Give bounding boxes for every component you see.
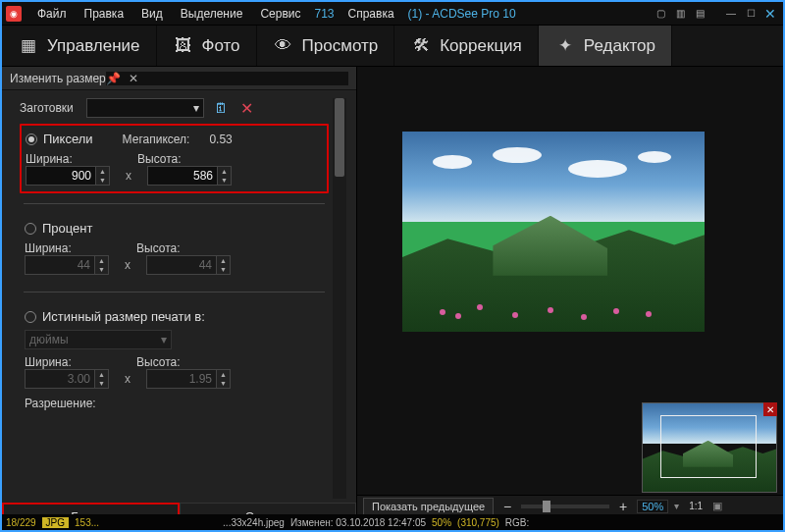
menu-edit[interactable]: Правка [77, 5, 132, 23]
panel-close-icon[interactable]: ✕ [129, 72, 138, 85]
presets-label: Заготовки [20, 101, 78, 115]
in-width-input [25, 369, 95, 389]
pixels-group: Пиксели Мегапиксел: 0.53 Ширина: Высота: [20, 124, 329, 193]
print-group: Истинный размер печати в: дюймы ▾ Ширина… [20, 302, 329, 417]
tab-manage[interactable]: ▦ Управление [2, 26, 157, 66]
window-minimize-icon[interactable]: — [722, 6, 740, 22]
px-width-input[interactable] [26, 166, 96, 186]
window-group-3-icon[interactable]: ▤ [691, 6, 708, 22]
chevron-down-icon-2: ▾ [161, 333, 167, 346]
window-group-2-icon[interactable]: ▥ [671, 6, 689, 22]
radio-pixels[interactable] [26, 133, 37, 145]
grid-icon: ▦ [18, 37, 39, 55]
status-changed: Изменен: 03.10.2018 12:47:05 [290, 517, 426, 528]
divider-2 [24, 292, 325, 293]
navigator[interactable]: ✕ [642, 402, 777, 493]
multiply-icon-3: x [119, 372, 136, 386]
in-height-input [146, 369, 217, 389]
show-previous-button[interactable]: Показать предыдущее [363, 498, 494, 515]
window-group-1-icon[interactable]: ▢ [652, 6, 669, 22]
app-icon: ◉ [6, 6, 22, 22]
menu-file[interactable]: Файл [29, 5, 75, 23]
units-select: дюймы ▾ [25, 330, 172, 349]
eye-icon: 👁 [273, 37, 294, 55]
px-width-spinner[interactable]: ▲▼ [96, 166, 110, 186]
pct-height-label: Высота: [136, 241, 195, 255]
resolution-label: Разрешение: [25, 397, 324, 410]
tab-manage-label: Управление [47, 36, 140, 56]
pct-height-spinner: ▲▼ [217, 255, 231, 275]
window-close-icon[interactable]: ✕ [761, 6, 779, 22]
tab-photo-label: Фото [202, 36, 240, 56]
presets-dropdown[interactable]: ▾ [86, 98, 204, 118]
radio-percent-label: Процент [42, 221, 92, 236]
pin-icon[interactable]: 📌 [106, 72, 121, 85]
status-pct: 50% [432, 517, 451, 528]
tab-photo[interactable]: 🖼 Фото [157, 26, 257, 66]
in-height-spinner: ▲▼ [217, 369, 231, 389]
panel-title: Изменить размер [10, 72, 106, 85]
status-rgb: RGB: [505, 517, 529, 528]
status-coords: (310,775) [457, 517, 499, 528]
tab-view-label: Просмотр [302, 36, 379, 56]
units-value: дюймы [29, 333, 69, 346]
photo-icon: 🖼 [173, 37, 194, 55]
megapixel-label: Мегапиксел: [123, 133, 190, 146]
in-width-spinner: ▲▼ [95, 369, 109, 389]
delete-preset-icon[interactable]: ✕ [237, 99, 255, 117]
menu-service[interactable]: Сервис [252, 5, 308, 23]
tab-develop-label: Коррекция [440, 36, 522, 56]
multiply-icon: x [120, 169, 137, 183]
tab-develop[interactable]: 🛠 Коррекция [394, 26, 539, 66]
pct-width-spinner: ▲▼ [95, 255, 109, 275]
one-to-one-button[interactable]: 1:1 [685, 501, 706, 511]
window-maximize-icon[interactable]: ☐ [742, 6, 759, 22]
status-counter: 18/229 [6, 517, 36, 528]
save-preset-icon[interactable]: 🗓 [212, 99, 230, 117]
tab-edit[interactable]: ✦ Редактор [539, 26, 672, 66]
status-size: 153... [75, 517, 99, 528]
percent-group: Процент Ширина: Высота: ▲▼ x [20, 214, 329, 282]
title-filename: 713 [310, 5, 338, 23]
status-format: JPG [42, 517, 69, 528]
image-preview[interactable] [402, 132, 705, 332]
chevron-down-icon: ▾ [193, 101, 199, 115]
px-height-spinner[interactable]: ▲▼ [218, 166, 232, 186]
in-height-label: Высота: [136, 355, 195, 369]
tab-edit-label: Редактор [584, 36, 655, 56]
px-height-label: Высота: [137, 152, 196, 166]
status-dims: ...33x24h.jpeg [223, 517, 285, 528]
pct-height-input [146, 255, 217, 275]
title-app: (1) - ACDSee Pro 10 [404, 5, 520, 23]
panel-scrollbar[interactable] [333, 98, 346, 499]
pct-width-input [25, 255, 95, 275]
chevron-down-icon-3[interactable]: ▾ [674, 501, 679, 511]
px-height-input[interactable] [147, 166, 218, 186]
radio-pixels-label: Пиксели [43, 132, 93, 146]
in-width-label: Ширина: [25, 355, 83, 369]
sliders-icon: 🛠 [410, 37, 432, 55]
multiply-icon-2: x [119, 258, 136, 272]
menu-select[interactable]: Выделение [173, 5, 251, 23]
wand-icon: ✦ [554, 37, 576, 55]
fit-icon[interactable]: ▣ [712, 500, 722, 512]
divider [24, 203, 325, 204]
tab-view[interactable]: 👁 Просмотр [257, 26, 395, 66]
navigator-close-icon[interactable]: ✕ [763, 402, 777, 416]
zoom-value[interactable]: 50% [637, 500, 668, 513]
pct-width-label: Ширина: [25, 241, 83, 255]
zoom-slider[interactable] [521, 505, 609, 508]
zoom-out-icon[interactable]: − [499, 499, 515, 514]
navigator-viewport[interactable] [660, 415, 757, 478]
menu-help[interactable]: Справка [340, 5, 402, 23]
radio-print[interactable] [25, 311, 36, 323]
px-width-label: Ширина: [26, 152, 84, 166]
menu-view[interactable]: Вид [133, 5, 171, 23]
zoom-in-icon[interactable]: + [615, 499, 631, 514]
radio-percent[interactable] [25, 223, 36, 235]
radio-print-label: Истинный размер печати в: [42, 309, 205, 324]
megapixel-value: 0.53 [209, 133, 232, 146]
